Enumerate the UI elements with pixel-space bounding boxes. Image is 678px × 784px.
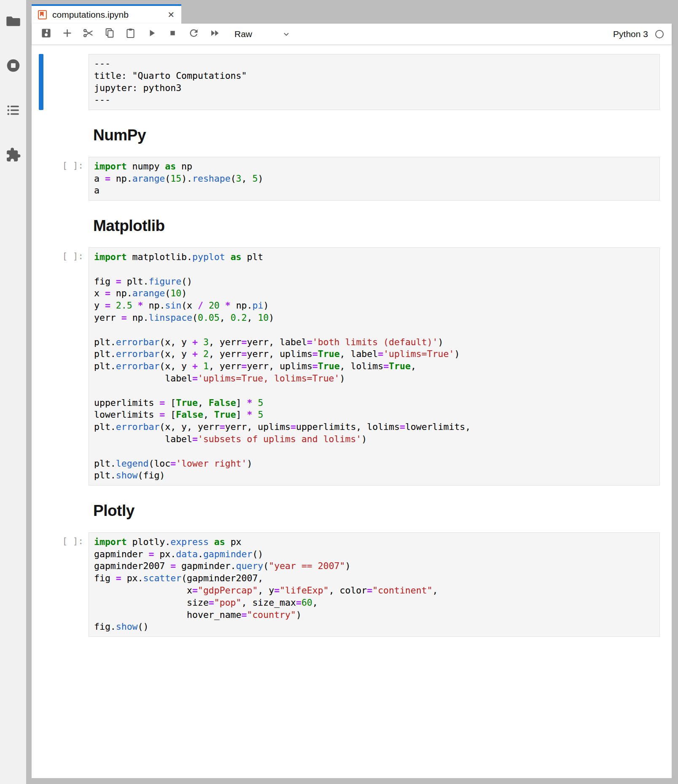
raw-cell[interactable]: ---title: "Quarto Computations"jupyter: … — [32, 54, 672, 110]
run-icon — [146, 27, 157, 40]
stop-button[interactable] — [167, 28, 178, 40]
sidebar-item-files[interactable] — [5, 14, 21, 30]
copy-button[interactable] — [104, 28, 115, 40]
code-cell[interactable]: [ ]:import numpy as npa = np.arange(15).… — [32, 157, 672, 201]
cell-collapser[interactable] — [39, 54, 43, 110]
table-of-contents-icon — [5, 102, 21, 120]
sidebar-item-toc[interactable] — [5, 103, 21, 119]
main-dock: computations.ipynb ✕ — [26, 0, 678, 784]
cell-prompt: [ ]: — [43, 157, 89, 201]
restart-icon — [188, 27, 199, 40]
copy-icon — [104, 27, 115, 40]
fast-forward-icon — [209, 27, 221, 40]
tab-title: computations.ipynb — [52, 10, 166, 20]
paste-button[interactable] — [125, 28, 136, 40]
run-all-button[interactable] — [209, 28, 221, 40]
kernel-indicator[interactable]: Python 3 — [613, 29, 666, 39]
notebook-icon — [38, 10, 47, 19]
running-kernels-icon — [5, 58, 21, 75]
section-heading: Plotly — [93, 502, 672, 520]
section-heading: NumPy — [93, 127, 672, 144]
add-icon — [62, 27, 73, 40]
save-icon — [40, 27, 52, 40]
cell-collapser[interactable] — [39, 157, 43, 201]
left-sidebar — [0, 0, 26, 784]
code-cell[interactable]: [ ]:import plotly.express as pxgapminder… — [32, 532, 672, 637]
add-cell-button[interactable] — [62, 28, 73, 40]
cell-prompt: [ ]: — [43, 532, 89, 637]
tab-close-icon[interactable]: ✕ — [166, 11, 176, 19]
cell-editor[interactable]: import plotly.express as pxgapminder = p… — [89, 532, 660, 637]
tab-bar: computations.ipynb ✕ — [32, 0, 672, 24]
sidebar-item-running[interactable] — [5, 59, 21, 74]
cell-collapser[interactable] — [39, 532, 43, 637]
extensions-icon — [5, 147, 21, 164]
paste-icon — [125, 27, 136, 40]
save-button[interactable] — [40, 28, 52, 40]
cell-editor[interactable]: import matplotlib.pyplot as plt fig = pl… — [89, 247, 660, 486]
restart-button[interactable] — [188, 28, 199, 40]
jupyterlab-app: computations.ipynb ✕ — [0, 0, 678, 784]
sidebar-item-extensions[interactable] — [5, 148, 21, 164]
code-cell[interactable]: [ ]:import matplotlib.pyplot as plt fig … — [32, 247, 672, 486]
run-button[interactable] — [146, 28, 157, 40]
notebook-content: ---title: "Quarto Computations"jupyter: … — [32, 45, 672, 778]
stop-icon — [167, 27, 178, 40]
kernel-status-icon — [655, 30, 664, 38]
cut-button[interactable] — [83, 28, 94, 40]
cut-icon — [83, 27, 94, 40]
notebook-toolbar: Raw Python 3 — [32, 24, 672, 45]
cell-prompt: [ ]: — [43, 247, 89, 486]
notebook-panel: Raw Python 3 ---title: "Quarto Computati… — [32, 24, 672, 778]
cell-collapser[interactable] — [39, 247, 43, 486]
tab-computations[interactable]: computations.ipynb ✕ — [32, 4, 181, 24]
chevron-down-icon — [282, 30, 291, 39]
section-heading: Matplotlib — [93, 217, 672, 235]
folder-icon — [5, 13, 21, 30]
cell-type-value: Raw — [234, 29, 252, 39]
kernel-name: Python 3 — [613, 29, 648, 39]
cell-editor[interactable]: import numpy as npa = np.arange(15).resh… — [89, 157, 660, 201]
cell-editor[interactable]: ---title: "Quarto Computations"jupyter: … — [89, 54, 660, 110]
cell-type-select[interactable]: Raw — [234, 29, 291, 39]
cell-prompt — [43, 54, 89, 110]
